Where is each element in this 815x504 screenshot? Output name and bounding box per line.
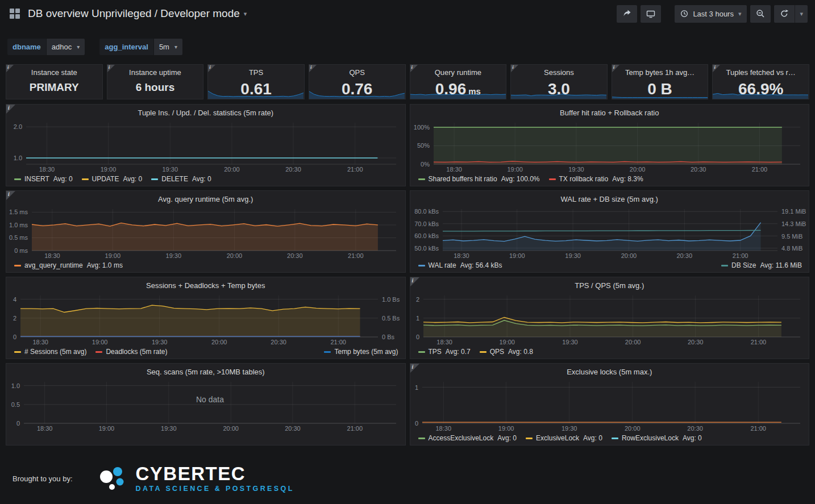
x-tick-label: 21:00 [330,339,346,345]
panel-title[interactable]: QPS [309,68,405,77]
stat-panel-sessions: i Sessions 3.0 [510,64,608,99]
info-icon[interactable]: i [511,65,518,72]
buffer-hit-ratio-chart[interactable]: 18:3019:0019:3020:0020:3021:000%50%100% [411,120,808,174]
legend-item[interactable]: UPDATEAvg: 0 [82,175,143,184]
stat-value: 0.61 [208,81,304,97]
y-tick-label: 2 [13,315,16,322]
panel-title[interactable]: WAL rate + DB size (5m avg.) [410,191,809,206]
info-icon[interactable]: i [6,65,14,72]
stat-value: 0.96ms [410,81,506,97]
legend-item[interactable]: ShareUpdateExclusiveLockAvg: 0 [535,445,652,445]
legend-item[interactable]: QPSAvg: 0.8 [480,348,533,356]
panel-title[interactable]: TPS [208,68,304,77]
legend-item[interactable]: INSERTAvg: 0 [14,175,73,184]
legend-item[interactable]: TPSAvg: 0.7 [418,348,471,356]
legend-item[interactable]: # Sessions (5m avg) [14,348,86,356]
variable-dbname-dropdown[interactable]: adhoc ▾ [47,39,85,55]
panel-title[interactable]: Seq. scans (5m rate, >10MB tables) [6,364,405,379]
tuple-statistics-chart[interactable]: 18:3019:0019:3020:0020:3021:001.02.0 [7,120,404,174]
grafana-menu-button[interactable] [7,6,22,21]
navbar: DB overview Unprivileged / Developer mod… [0,0,815,27]
tps-qps-chart[interactable]: 18:3019:0019:3020:0020:3021:00012 [411,293,808,347]
exclusive-locks-chart[interactable]: 18:3019:0019:3020:0020:3021:0001 [411,379,808,433]
info-icon[interactable]: i [410,65,418,72]
legend-item[interactable]: TX rollback ratioAvg: 8.3% [549,175,643,184]
panel-title[interactable]: Instance state [6,68,102,77]
info-icon[interactable]: i [612,65,619,72]
y-tick-label: 0 ms [14,247,28,254]
legend-series-color [151,178,158,180]
legend-series-name: Temp bytes (5m avg) [334,348,398,356]
panel-title[interactable]: Query runtime [410,68,506,77]
legend-item[interactable]: RowExclusiveLockAvg: 0 [612,434,702,443]
info-icon[interactable]: i [410,364,419,373]
info-icon[interactable]: i [208,65,215,72]
info-icon[interactable]: i [6,191,15,200]
legend-item[interactable]: AccessExclusiveLockAvg: 0 [418,434,517,443]
panel-title[interactable]: Avg. query runtime (5m avg.) [6,191,405,206]
legend-item[interactable]: ShareRowExclusiveLockAvg: 0 [418,445,527,445]
time-picker-button[interactable]: Last 3 hours ▾ [675,5,747,23]
tv-mode-icon [646,10,655,18]
legend-item[interactable]: DB SizeAvg: 11.6 MiB [721,261,802,270]
seq-scans-chart[interactable]: 18:3019:0019:3020:0020:3021:0000.51.0No … [7,379,404,433]
chevron-down-icon: ▾ [174,42,177,52]
x-tick-label: 21:00 [750,425,766,432]
variable-agg-interval-dropdown[interactable]: 5m ▾ [154,39,182,55]
legend-item[interactable]: Shared buffers hit ratioAvg: 100.0% [418,175,540,184]
x-tick-label: 20:00 [629,166,645,173]
panel-title[interactable]: Tuple Ins. / Upd. / Del. statistics (5m … [6,105,405,120]
stat-panel-qps: i QPS 0.76 [309,64,406,99]
panel-title[interactable]: TPS / QPS (5m avg.) [410,277,809,293]
info-icon[interactable]: i [107,65,115,72]
refresh-button[interactable] [774,5,795,23]
chart-legend: INSERTAvg: 0UPDATEAvg: 0DELETEAvg: 0 [6,174,405,184]
y-tick-label: 1.5 ms [9,209,28,215]
share-button[interactable] [617,5,637,23]
x-tick-label: 19:30 [162,166,178,173]
legend-series-color [14,351,21,353]
panel-title[interactable]: Tuples fetched vs r… [713,68,809,77]
sessions-deadlocks-chart[interactable]: 18:3019:0019:3020:0020:3021:000240 Bs0.5… [7,293,404,347]
legend-item[interactable]: Deadlocks (5m rate) [95,348,167,356]
stat-panel-instance-state: i Instance state PRIMARY [6,64,103,99]
cybertec-logo[interactable]: CYBERTEC DATA SCIENCE & POSTGRESQL [97,463,294,494]
info-icon[interactable]: i [410,277,419,286]
x-tick-label: 19:30 [561,425,577,432]
series-fill [423,318,781,338]
variable-label: agg_interval [99,39,153,55]
legend-series-name: ExclusiveLock [536,434,579,443]
legend-series-stat: Avg: 0 [123,175,142,184]
legend-item[interactable]: WAL rateAvg: 56.4 kBs [418,261,502,270]
x-tick-label: 19:00 [499,339,515,345]
y-tick-label-right: 0.5 Bs [382,315,400,322]
panel-title[interactable]: Temp bytes 1h avg… [612,68,708,77]
y-tick-label: 0% [421,161,430,168]
legend-item[interactable]: Temp bytes (5m avg) [324,348,398,356]
x-tick-label: 20:30 [271,339,286,345]
legend-series-stat: Avg: 0 [683,434,702,443]
legend-series-stat: Avg: 0 [633,445,652,445]
x-tick-label: 18:30 [446,166,462,173]
zoom-out-button[interactable] [750,5,771,23]
info-icon[interactable]: i [713,65,720,72]
panel-title[interactable]: Buffer hit ratio + Rollback ratio [410,105,809,120]
legend-item[interactable]: avg_query_runtimeAvg: 1.0 ms [14,261,123,270]
x-tick-label: 18:30 [436,339,452,345]
panel-title[interactable]: Instance uptime [107,68,203,77]
tv-mode-button[interactable] [641,5,661,23]
refresh-interval-dropdown[interactable]: ▾ [795,5,808,23]
legend-item[interactable]: ExclusiveLockAvg: 0 [526,434,602,443]
panel-title[interactable]: Sessions [511,68,607,77]
legend-item[interactable]: DELETEAvg: 0 [151,175,211,184]
x-tick-label: 18:30 [454,252,469,259]
legend-series-stat: Avg: 0 [192,175,211,184]
info-icon[interactable]: i [309,65,317,72]
panel-title[interactable]: Exclusive locks (5m max.) [410,364,809,379]
y-tick-label: 0 [16,420,20,427]
avg-query-runtime-chart[interactable]: 18:3019:0019:3020:0020:3021:000 ms0.5 ms… [7,206,404,260]
dashboard-title-button[interactable]: DB overview Unprivileged / Developer mod… [28,7,247,20]
info-icon[interactable]: i [6,105,15,114]
panel-title[interactable]: Sessions + Deadlocks + Temp bytes [6,277,405,293]
wal-rate-db-size-chart[interactable]: 18:3019:0019:3020:0020:3021:0050.0 kBs60… [411,206,808,260]
